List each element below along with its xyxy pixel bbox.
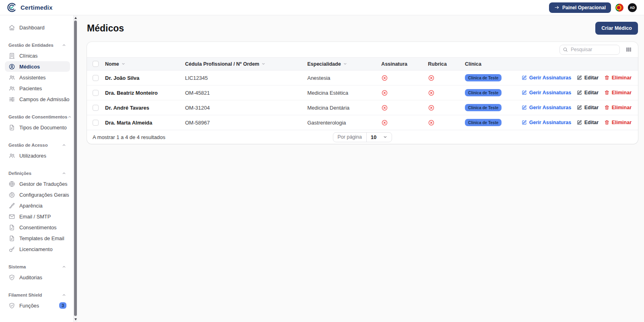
clinica-badge: Clínica de Teste: [465, 104, 502, 111]
sidebar-item-assistentes[interactable]: Assistentes: [5, 72, 70, 83]
sidebar-item-gestor-de-traducoes[interactable]: Gestor de Traduções: [5, 179, 70, 189]
sidebar-item-label: Assistentes: [19, 75, 45, 81]
sidebar-item-funcoes[interactable]: Funções 3: [5, 300, 70, 311]
per-page-select[interactable]: Por página 10: [333, 132, 392, 142]
table-row: Dra. Marta Almeida OM-58967 Gastrenterol…: [87, 115, 638, 130]
topbar: Certimedix Painel Operacional AD: [0, 0, 644, 15]
sidebar-item-label: Aparência: [19, 203, 43, 209]
eliminar-action[interactable]: Eliminar: [604, 120, 632, 125]
per-page-label: Por página: [333, 133, 367, 142]
editar-action[interactable]: Editar: [577, 75, 599, 81]
sidebar-item-medicos[interactable]: Médicos: [5, 61, 70, 72]
sidebar-item-campos-de-admissao[interactable]: Campos de Admissão: [5, 94, 70, 104]
table-footer: A mostrar 1 a 4 de 4 resultados Por pági…: [87, 130, 638, 144]
shield-check-icon: [8, 302, 15, 309]
sidebar-item-tipos-de-documento[interactable]: Tipos de Documento: [5, 122, 70, 133]
sidebar-item-label: Licenciamento: [19, 246, 53, 252]
sidebar-item-clinicas[interactable]: Clínicas: [5, 50, 70, 61]
brand-name: Certimedix: [21, 4, 53, 11]
sidebar-item-label: Configurações Gerais: [19, 192, 69, 198]
x-circle-icon: [381, 119, 388, 126]
sidebar-item-label: Clínicas: [19, 53, 38, 59]
pencil-square-icon: [577, 90, 582, 96]
sidebar-item-label: Templates de Email: [19, 235, 64, 241]
sliders-icon: [8, 96, 15, 103]
sidebar-item-utilizadores[interactable]: Utilizadores: [5, 150, 70, 161]
sidebar-item-label: Campos de Admissão: [19, 96, 69, 102]
sidebar-scrollbar[interactable]: [73, 15, 77, 322]
sidebar-item-licenciamento[interactable]: Licenciamento: [5, 244, 70, 254]
criar-medico-button[interactable]: Criar Médico: [595, 22, 638, 35]
users-icon: [8, 152, 15, 159]
row-checkbox[interactable]: [93, 90, 99, 96]
view-columns-icon: [625, 46, 632, 53]
sidebar-section-gestao-de-entidades[interactable]: Gestão de Entidades: [5, 40, 70, 50]
x-circle-icon: [381, 75, 388, 81]
column-header-nome[interactable]: Nome: [102, 58, 182, 71]
chevron-up-icon: [62, 171, 66, 176]
editar-action[interactable]: Editar: [577, 105, 599, 110]
funcoes-count-badge: 3: [59, 302, 66, 309]
chevron-down-icon: [121, 62, 126, 66]
pencil-square-icon: [577, 120, 582, 125]
row-checkbox[interactable]: [93, 120, 99, 126]
toggle-columns-button[interactable]: [625, 46, 632, 53]
scroll-down-arrow-icon[interactable]: [74, 318, 77, 320]
chevron-up-icon: [62, 143, 66, 147]
x-circle-icon: [428, 104, 435, 111]
arrow-right-icon: [554, 5, 559, 10]
sidebar-item-consentimentos[interactable]: Consentimentos: [5, 222, 70, 233]
gerir-assinaturas-action[interactable]: Gerir Assinaturas: [522, 75, 571, 81]
cedula-value: OM-45821: [185, 90, 210, 96]
document-icon: [8, 235, 15, 242]
column-header-especialidade[interactable]: Especialidade: [304, 58, 378, 71]
gerir-assinaturas-action[interactable]: Gerir Assinaturas: [522, 90, 571, 96]
sidebar-section-filament-shield[interactable]: Filament Shield: [5, 290, 70, 300]
pencil-square-icon: [522, 105, 527, 110]
editar-action[interactable]: Editar: [577, 120, 599, 125]
column-header-clinica: Clínica: [462, 58, 518, 71]
chevron-down-icon: [261, 62, 266, 66]
chevron-up-icon: [67, 114, 72, 119]
sidebar-item-auditorias[interactable]: Auditorias: [5, 272, 70, 283]
especialidade-value: Anestesia: [307, 75, 330, 81]
search-input[interactable]: [559, 45, 620, 55]
doctor-name: Dra. Beatriz Monteiro: [105, 90, 158, 96]
gerir-assinaturas-action[interactable]: Gerir Assinaturas: [522, 120, 571, 125]
paintbrush-icon: [8, 202, 15, 209]
especialidade-value: Medicina Estética: [307, 90, 348, 96]
eliminar-action[interactable]: Eliminar: [604, 105, 632, 110]
chevron-up-icon: [62, 264, 66, 269]
sidebar-item-dashboard[interactable]: Dashboard: [5, 22, 70, 33]
especialidade-value: Gastrenterologia: [307, 120, 346, 126]
row-checkbox[interactable]: [93, 105, 99, 111]
row-checkbox[interactable]: [93, 75, 99, 81]
editar-action[interactable]: Editar: [577, 90, 599, 96]
sidebar-section-sistema[interactable]: Sistema: [5, 262, 70, 272]
sidebar-section-definicoes[interactable]: Definições: [5, 168, 70, 179]
key-icon: [8, 246, 15, 253]
eliminar-action[interactable]: Eliminar: [604, 75, 632, 81]
eliminar-action[interactable]: Eliminar: [604, 90, 632, 96]
sidebar-section-gestao-de-acesso[interactable]: Gestão de Acesso: [5, 140, 70, 150]
envelope-icon: [8, 213, 15, 220]
user-avatar[interactable]: AD: [628, 3, 637, 12]
select-all-checkbox[interactable]: [93, 61, 99, 67]
scroll-up-arrow-icon[interactable]: [74, 17, 77, 19]
sidebar-item-email-smtp[interactable]: Email / SMTP: [5, 211, 70, 222]
painel-operacional-button[interactable]: Painel Operacional: [549, 2, 611, 13]
gerir-assinaturas-action[interactable]: Gerir Assinaturas: [522, 105, 571, 110]
clinica-badge: Clínica de Teste: [465, 119, 502, 126]
table-row: Dra. Beatriz Monteiro OM-45821 Medicina …: [87, 85, 638, 100]
sidebar-item-aparencia[interactable]: Aparência: [5, 200, 70, 211]
column-header-assinatura: Assinatura: [378, 58, 425, 71]
sidebar-item-templates-de-email[interactable]: Templates de Email: [5, 233, 70, 243]
sidebar-item-configuracoes-gerais[interactable]: Configurações Gerais: [5, 189, 70, 200]
pencil-square-icon: [522, 120, 527, 125]
column-header-cedula[interactable]: Cédula Profissional / Nº Ordem: [182, 58, 304, 71]
scrollbar-thumb[interactable]: [74, 21, 77, 316]
sidebar-section-gestao-de-consentimentos[interactable]: Gestão de Consentimentos: [5, 112, 70, 122]
brand-link[interactable]: Certimedix: [6, 2, 53, 13]
portugal-flag-icon[interactable]: [615, 4, 623, 12]
sidebar-item-pacientes[interactable]: Pacientes: [5, 83, 70, 93]
